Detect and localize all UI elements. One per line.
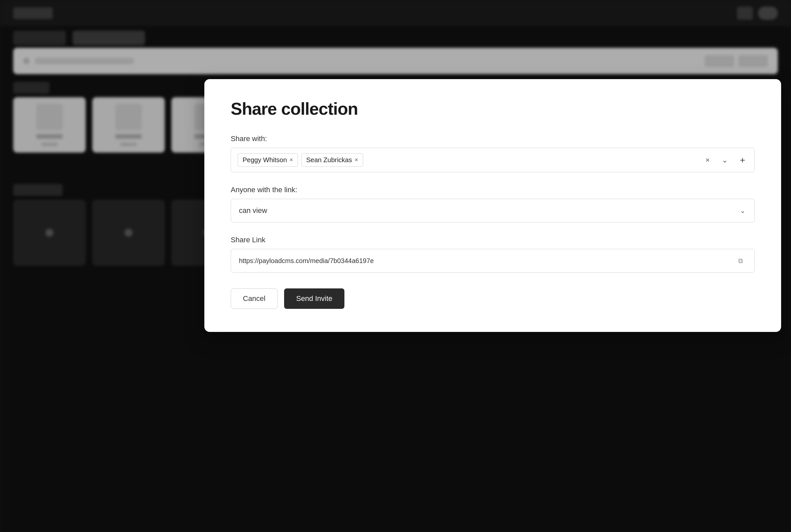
share-with-actions: × ⌄ + [702,154,749,167]
share-with-input[interactable]: Peggy Whitson × Sean Zubrickas × × ⌄ + [231,148,755,172]
anyone-link-label: Anyone with the link: [231,186,755,194]
link-permission-select[interactable]: can view ⌄ [231,199,755,223]
link-permission-value: can view [239,206,267,215]
link-permission-section: Anyone with the link: can view ⌄ [231,186,755,223]
cancel-button[interactable]: Cancel [231,288,277,309]
tag-sean-zubrickas-name: Sean Zubrickas [306,156,352,164]
modal-actions: Cancel Send Invite [231,288,755,309]
share-link-url: https://payloadcms.com/media/7b0344a6197… [239,257,374,265]
send-invite-button[interactable]: Send Invite [284,288,344,309]
tag-peggy-whitson-name: Peggy Whitson [243,156,287,164]
share-collection-modal: Share collection Share with: Peggy Whits… [204,79,781,332]
share-link-label: Share Link [231,236,755,244]
select-chevron-icon: ⌄ [739,207,747,214]
tag-sean-zubrickas[interactable]: Sean Zubrickas × [301,153,363,167]
share-link-section: Share Link https://payloadcms.com/media/… [231,236,755,272]
share-link-field: https://payloadcms.com/media/7b0344a6197… [231,249,755,272]
add-person-icon[interactable]: + [736,154,749,167]
tag-sean-zubrickas-remove[interactable]: × [355,156,358,164]
share-with-label: Share with: [231,134,755,143]
tag-peggy-whitson[interactable]: Peggy Whitson × [238,153,298,167]
modal-title: Share collection [231,99,755,119]
chevron-down-icon[interactable]: ⌄ [719,154,731,166]
copy-link-icon[interactable]: ⧉ [735,255,747,267]
share-with-section: Share with: Peggy Whitson × Sean Zubrick… [231,134,755,172]
clear-all-icon[interactable]: × [702,154,714,166]
tag-peggy-whitson-remove[interactable]: × [290,156,293,164]
